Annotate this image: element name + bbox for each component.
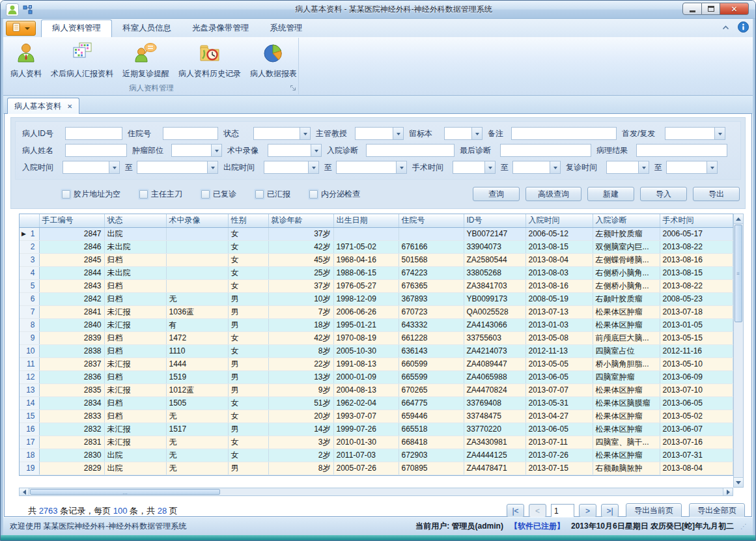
column-header-状态[interactable]: 状态 [104, 214, 166, 227]
checkbox-主任主刀[interactable]: 主任主刀 [139, 189, 182, 200]
checkbox-box[interactable] [62, 190, 70, 199]
checkbox-box[interactable] [201, 190, 210, 199]
filter-input-入院诊断[interactable] [366, 144, 455, 157]
scroll-right-icon[interactable] [723, 488, 733, 495]
ribbon-action-button[interactable]: 病人数据报表 [245, 40, 301, 81]
app-menu-button[interactable] [6, 21, 36, 36]
filter-combo-术中录像[interactable] [268, 144, 322, 157]
table-row[interactable]: 112837未汇报1444男22岁1991-08-13660599ZA40894… [20, 357, 733, 370]
column-header-入院时间[interactable]: 入院时间 [525, 214, 593, 227]
column-header-就诊年龄[interactable]: 就诊年龄 [268, 214, 333, 227]
maximize-button[interactable] [702, 3, 720, 15]
ribbon-tab-1[interactable]: 科室人员信息 [112, 20, 182, 37]
ribbon-action-button[interactable]: 病人资料历史记录 [174, 40, 245, 81]
button-新建[interactable]: 新建 [587, 187, 634, 201]
button-导入[interactable]: 导入 [640, 187, 687, 201]
table-row[interactable]: 62842归档无男10岁1998-12-09367893YB0099173200… [20, 292, 733, 305]
checkbox-box[interactable] [255, 190, 264, 199]
column-header-手术时间[interactable]: 手术时间 [660, 214, 733, 227]
checkbox-内分泌检查[interactable]: 内分泌检查 [309, 189, 360, 200]
filter-combo-首发/复发[interactable] [665, 127, 725, 140]
column-header-性别[interactable]: 性别 [228, 214, 268, 227]
checkbox-胶片地址为空[interactable]: 胶片地址为空 [62, 189, 120, 200]
table-row[interactable]: 192829出院无男8岁2005-07-26670895ZA4478471201… [20, 462, 733, 475]
filter-combo-状态[interactable] [253, 127, 311, 140]
column-header-ID号[interactable]: ID号 [464, 214, 525, 227]
horizontal-scrollbar[interactable]: ... [19, 488, 733, 496]
horizontal-scroll-thumb[interactable]: ... [30, 489, 220, 495]
ribbon-tab-0[interactable]: 病人资料管理 [41, 20, 112, 37]
row-indicator-header[interactable] [20, 214, 39, 227]
column-header-住院号[interactable]: 住院号 [399, 214, 464, 227]
close-button[interactable]: ✕ [720, 3, 749, 15]
ribbon-action-button[interactable]: 近期复诊提醒 [118, 40, 174, 81]
button-导出全部页[interactable]: 导出全部页 [689, 503, 745, 518]
table-row[interactable]: 102838归档1110女8岁2005-10-30636143ZA4214073… [20, 344, 733, 357]
filter-combo-至[interactable] [137, 161, 218, 174]
filter-input-病理结果[interactable] [636, 144, 727, 157]
vertical-scroll-thumb[interactable]: ≡ [735, 225, 742, 322]
filter-input-病人ID号[interactable] [65, 127, 122, 140]
table-row[interactable]: 52843归档女37岁1976-05-27676365ZA38417032013… [20, 279, 733, 292]
table-row[interactable]: 32845归档女45岁1968-04-16501568ZA25805442013… [20, 253, 733, 266]
vertical-scrollbar[interactable]: ≡ [733, 214, 744, 488]
table-row[interactable]: 152833归档无女20岁1993-07-0765944633748475201… [20, 409, 733, 423]
filter-input-住院号[interactable] [163, 127, 218, 140]
column-header-出生日期[interactable]: 出生日期 [333, 214, 399, 227]
filter-input-病人姓名[interactable] [65, 144, 127, 157]
filter-combo-至[interactable] [512, 161, 561, 174]
prev-page-button[interactable]: < [529, 504, 546, 518]
table-row[interactable]: 1▶2847出院女37岁YB00721472006-05-12左额叶胶质瘤200… [20, 227, 733, 240]
table-row[interactable]: 182830出院无女2岁2011-07-03672903ZA4444125201… [20, 449, 733, 462]
scroll-up-icon[interactable] [734, 214, 743, 224]
document-tab-patient-basic-data[interactable]: 病人基本资料 ✕ [7, 98, 79, 114]
last-page-button[interactable]: >| [601, 504, 619, 518]
scroll-left-icon[interactable] [20, 488, 29, 495]
table-row[interactable]: 72841未汇报1036蓝男7岁2006-06-26670723QA002552… [20, 305, 733, 318]
table-row[interactable]: 42844未出院女25岁1988-06-15674223338052682013… [20, 266, 733, 279]
ribbon-action-button[interactable]: 术后病人汇报资料 [46, 40, 118, 81]
ribbon-tab-3[interactable]: 系统管理 [260, 20, 313, 37]
filter-combo-出院时间[interactable] [264, 161, 319, 174]
table-row[interactable]: 22846未出院女42岁1971-05-02676166339040732013… [20, 240, 733, 253]
filter-combo-复诊时间[interactable] [606, 161, 649, 174]
filter-combo-主管教授[interactable] [355, 127, 404, 140]
column-header-术中录像[interactable]: 术中录像 [166, 214, 228, 227]
table-row[interactable]: 172831未汇报无女3岁2010-01-30668418ZA343098120… [20, 436, 733, 449]
filter-input-备注[interactable] [511, 127, 617, 140]
column-header-手工编号[interactable]: 手工编号 [39, 214, 104, 227]
table-row[interactable]: 82840未汇报有男18岁1995-01-21643332ZA414306620… [20, 318, 733, 331]
filter-combo-留标本[interactable] [444, 127, 483, 140]
checkbox-已汇报[interactable]: 已汇报 [255, 189, 290, 200]
tab-close-icon[interactable]: ✕ [67, 103, 72, 110]
filter-combo-至[interactable] [666, 161, 718, 174]
filter-combo-肿瘤部位[interactable] [171, 144, 222, 157]
group-dialog-launcher-icon[interactable] [290, 85, 296, 92]
filter-combo-至[interactable] [336, 161, 407, 174]
ribbon-tab-2[interactable]: 光盘录像带管理 [182, 20, 260, 37]
button-查询[interactable]: 查询 [473, 187, 520, 201]
filter-input-最后诊断[interactable] [500, 144, 591, 157]
table-row[interactable]: 92839归档1472女42岁1970-08-19661228337556032… [20, 331, 733, 344]
table-row[interactable]: 162832未汇报1517男14岁1999-07-266655183377022… [20, 423, 733, 436]
column-header-入院诊断[interactable]: 入院诊断 [593, 214, 660, 227]
button-导出当前页[interactable]: 导出当前页 [626, 503, 682, 518]
collapse-ribbon-icon[interactable] [721, 23, 730, 33]
button-高级查询[interactable]: 高级查询 [525, 187, 581, 201]
quick-access-icon[interactable] [23, 5, 33, 15]
table-row[interactable]: 122836归档1519男13岁2000-01-09665599ZA406598… [20, 370, 733, 383]
resize-grip-icon[interactable]: ⋰ [740, 523, 746, 530]
ribbon-action-button[interactable]: 病人资料 [6, 40, 46, 81]
minimize-button[interactable] [682, 3, 702, 15]
table-row[interactable]: 132835未汇报1012蓝男9岁2004-08-13670265ZA44708… [20, 383, 733, 396]
next-page-button[interactable]: > [579, 504, 596, 518]
button-导出[interactable]: 导出 [693, 187, 740, 201]
checkbox-box[interactable] [139, 190, 148, 199]
checkbox-已复诊[interactable]: 已复诊 [201, 189, 236, 200]
checkbox-box[interactable] [309, 190, 318, 199]
filter-combo-手术时间[interactable] [453, 161, 496, 174]
first-page-button[interactable]: |< [507, 504, 524, 518]
filter-combo-入院时间[interactable] [63, 161, 120, 174]
table-row[interactable]: 142834归档1505女51岁1962-02-0466477533769408… [20, 396, 733, 409]
status-registered-link[interactable]: 【软件已注册】 [510, 521, 565, 532]
